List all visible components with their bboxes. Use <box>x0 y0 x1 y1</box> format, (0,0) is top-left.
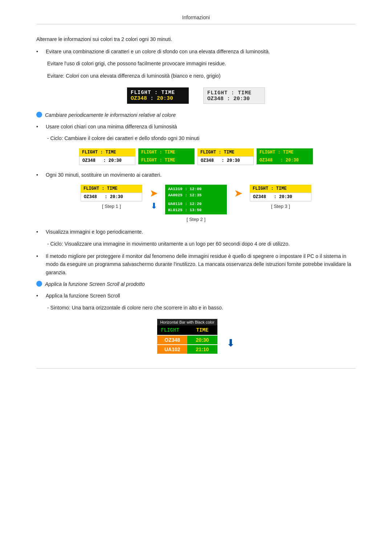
bullet-dot-6: • <box>36 292 44 300</box>
page-header: Informazioni <box>36 15 356 24</box>
cp3-bot: OZ348 : 20:30 <box>197 156 254 165</box>
flight-panels-row: FLIGHT : TIME OZ348 : 20:30 FLIGHT : TIM… <box>36 87 356 104</box>
bullet-text-6: Applica la funzione Screen Scroll <box>46 292 120 300</box>
sp3-bot: OZ348 : 20:30 <box>250 193 311 201</box>
cp2-top: FLIGHT : TIME <box>138 148 195 156</box>
dark-panel-row1: FLIGHT : TIME <box>131 90 185 95</box>
step-label-2: [ Step 2 ] <box>187 217 205 222</box>
blue-bullet-1: Cambiare periodicamente le informazioni … <box>36 111 356 119</box>
blue-circle-icon-2 <box>36 281 42 287</box>
step-panel-2: AA1310 : 12:00AA0025 : 12:35 UA0110 : 12… <box>165 185 227 214</box>
blue-circle-icon <box>36 112 42 118</box>
cp2-bot: FLIGHT : TIME <box>138 156 195 164</box>
bd-flight-label: FLIGHT <box>157 325 187 335</box>
bullet-item-2: • Usare colori chiari con una minima dif… <box>36 123 356 131</box>
bullet-dot-3: • <box>36 171 44 179</box>
bullet-item-6: • Applica la funzione Screen Scroll <box>36 292 356 300</box>
bd-ua-row: UA102 21:10 <box>157 345 217 354</box>
dark-oz: OZ348 <box>131 95 147 102</box>
bullet-dot-4: • <box>36 228 44 236</box>
bullet-item-1: • Evitare una combinazione di caratteri … <box>36 48 356 56</box>
steps-row: FLIGHT : TIME OZ348 : 20:30 [ Step 1 ] ➤… <box>36 185 356 222</box>
sp2-top: AA1310 : 12:00AA0025 : 12:35 <box>165 185 227 200</box>
blue-bullet-text-2: Applica la funzione Screen Scroll al pro… <box>45 280 145 288</box>
light-panel-row1: FLIGHT : TIME <box>207 90 261 96</box>
flight-panel-dark: FLIGHT : TIME OZ348 : 20:30 <box>127 87 189 104</box>
bullet-text-1: Evitare una combinazione di caratteri e … <box>46 48 270 56</box>
sub-scroll-note: - Sintomo: Una barra orizzontale di colo… <box>47 304 356 312</box>
cp3-top: FLIGHT : TIME <box>197 148 254 156</box>
bullet-item-4: • Visualizza immagini e logo periodicame… <box>36 228 356 236</box>
bullet-text-4: Visualizza immagini e logo periodicament… <box>46 228 143 236</box>
light-panel-row2: OZ348 : 20:30 <box>207 96 261 102</box>
bullet-item-3: • Ogni 30 minuti, sostituire un moviment… <box>36 171 356 179</box>
bullet-dot-5: • <box>36 252 44 276</box>
dark-panel-row2: OZ348 : 20:30 <box>131 95 185 102</box>
bd-oz-row: OZ348 20:30 <box>157 336 217 344</box>
arrow-block-2: ➤ <box>234 188 242 198</box>
blue-bullet-text-1: Cambiare periodicamente le informazioni … <box>45 111 176 119</box>
sub-cycle2-note: - Ciclo: Visualizzare una immagine in mo… <box>47 240 356 248</box>
bd-label-row: FLIGHT TIME <box>157 325 217 335</box>
header-title: Informazioni <box>182 15 210 20</box>
arrow-down-icon: ⬇ <box>151 202 157 210</box>
cp4-top: FLIGHT : TIME <box>257 148 313 156</box>
dark-colon: : <box>150 95 157 102</box>
cycle-panels-row: FLIGHT : TIME OZ348 : 20:30 FLIGHT : TIM… <box>36 148 356 165</box>
bullet-dot-2: • <box>36 123 44 131</box>
cycle-panel-4: FLIGHT : TIME OZ348 : 20:30 <box>257 148 313 165</box>
sub-cycle-note: - Ciclo: Cambiare il colore dei caratter… <box>47 134 356 142</box>
arrow-block-1: ➤ ⬇ <box>150 188 158 210</box>
step-label-1: [ Step 1 ] <box>102 204 121 209</box>
bottom-display: Horizontal Bar with Black color FLIGHT T… <box>157 319 217 354</box>
sp2-bot: UA0110 : 12:20KL0125 : 13:50 <box>165 200 227 214</box>
cp1-bot: OZ348 : 20:30 <box>79 156 135 165</box>
bd-ua-time: 21:10 <box>187 345 217 354</box>
bd-header: Horizontal Bar with Black color <box>157 319 217 325</box>
bottom-arrow-down-icon: ⬇ <box>226 337 235 349</box>
blue-bullet-2: Applica la funzione Screen Scroll al pro… <box>36 280 356 288</box>
note-2: Evitare: Colori con una elevata differen… <box>47 72 356 80</box>
sp1-bot: OZ348 : 20:30 <box>81 193 142 201</box>
bullet-text-3: Ogni 30 minuti, sostituire un movimento … <box>46 171 162 179</box>
bullet-text-5: Il metodo migliore per proteggere il mon… <box>46 252 356 276</box>
cp1-top: FLIGHT : TIME <box>79 148 135 156</box>
step-block-3: FLIGHT : TIME OZ348 : 20:30 [ Step 3 ] <box>250 185 311 209</box>
step-label-3: [ Step 3 ] <box>271 204 290 209</box>
page-footer <box>36 368 356 372</box>
bd-flight-text: FLIGHT <box>161 327 179 333</box>
bottom-display-wrap: Horizontal Bar with Black color FLIGHT T… <box>36 319 356 354</box>
bd-oz-flight: OZ348 <box>157 336 187 344</box>
arrow-right-icon: ➤ <box>150 188 158 198</box>
bd-oz-time: 20:30 <box>187 336 217 344</box>
cycle-panel-1: FLIGHT : TIME OZ348 : 20:30 <box>79 148 135 165</box>
sp3-top: FLIGHT : TIME <box>250 185 311 193</box>
bd-time-text: TIME <box>196 327 208 333</box>
bd-ua-flight: UA102 <box>157 345 187 354</box>
step-panel-1: FLIGHT : TIME OZ348 : 20:30 <box>81 185 142 201</box>
sp1-top: FLIGHT : TIME <box>81 185 142 193</box>
bullet-text-2: Usare colori chiari con una minima diffe… <box>46 123 177 131</box>
bullet-item-5: • Il metodo migliore per proteggere il m… <box>36 252 356 276</box>
note-1: Evitare l'uso di colori grigi, che posso… <box>47 59 356 67</box>
cycle-panel-3: FLIGHT : TIME OZ348 : 20:30 <box>197 148 254 165</box>
cp4-bot: OZ348 : 20:30 <box>257 156 313 164</box>
step-block-2: AA1310 : 12:00AA0025 : 12:35 UA0110 : 12… <box>165 185 227 222</box>
bd-time-label: TIME <box>187 325 217 335</box>
flight-panel-light: FLIGHT : TIME OZ348 : 20:30 <box>203 87 265 104</box>
bullet-dot-1: • <box>36 48 44 56</box>
bottom-arrow-block: ⬇ <box>225 319 235 349</box>
dark-time: 20:30 <box>157 95 173 102</box>
step-block-1: FLIGHT : TIME OZ348 : 20:30 [ Step 1 ] <box>81 185 142 209</box>
step-panel-3: FLIGHT : TIME OZ348 : 20:30 <box>250 185 311 201</box>
arrow-right-icon-2: ➤ <box>234 188 242 198</box>
intro-text: Alternare le informazioni sui colori tra… <box>36 35 356 43</box>
cycle-panel-2: FLIGHT : TIME FLIGHT : TIME <box>138 148 195 165</box>
